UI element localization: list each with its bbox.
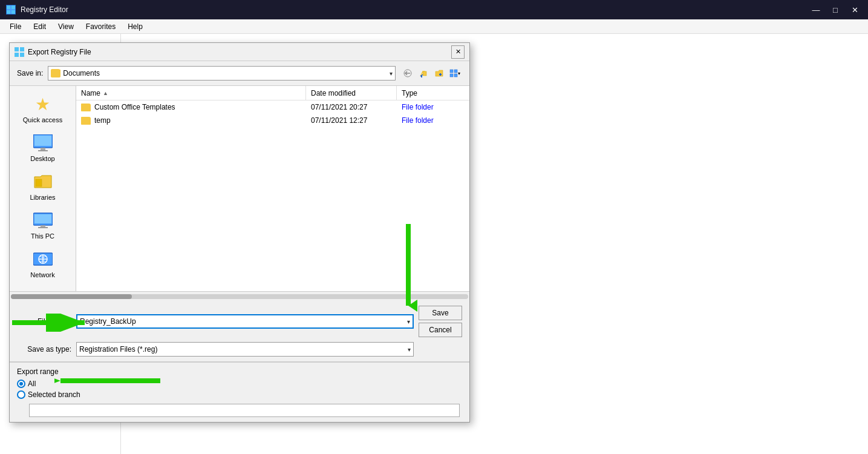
nav-desktop[interactable]: Desktop <box>10 130 76 166</box>
title-bar: Registry Editor — □ ✕ <box>0 0 868 19</box>
toolbar-new-folder-button[interactable] <box>432 66 446 81</box>
toolbar-buttons: ▾ <box>400 66 462 81</box>
save-as-type-arrow: ▾ <box>408 346 411 353</box>
save-as-type-row: Save as type: Registration Files (*.reg)… <box>17 342 462 357</box>
file-area: ★ Quick access <box>10 85 469 291</box>
nav-this-pc[interactable]: This PC <box>10 207 76 243</box>
col-date[interactable]: Date modified <box>306 86 397 100</box>
menu-view[interactable]: View <box>53 21 79 32</box>
table-row[interactable]: Custom Office Templates 07/11/2021 20:27… <box>76 100 469 114</box>
app-icon <box>6 5 16 15</box>
minimize-button[interactable]: — <box>809 4 823 16</box>
selected-branch-radio-row[interactable]: Selected branch <box>17 390 462 399</box>
col-name-label: Name <box>81 89 100 97</box>
selected-branch-radio-button[interactable] <box>17 390 25 399</box>
col-date-label: Date modified <box>311 89 356 97</box>
save-in-combo[interactable]: Documents ▾ <box>48 66 396 81</box>
svg-rect-20 <box>38 150 48 151</box>
file-name-label: File name: <box>17 317 71 326</box>
sort-arrow-icon: ▲ <box>103 90 108 96</box>
svg-rect-18 <box>34 136 51 146</box>
all-radio-button[interactable] <box>17 380 25 388</box>
save-button[interactable]: Save <box>419 306 462 320</box>
bottom-form: File name: ▾ Save Cancel Save as type: R… <box>10 301 469 361</box>
col-type-label: Type <box>402 89 417 97</box>
menu-bar: File Edit View Favorites Help <box>0 19 868 34</box>
save-in-row: Save in: Documents ▾ <box>10 61 469 85</box>
scrollbar-track[interactable] <box>11 294 468 299</box>
file-type-cell: File folder <box>397 103 469 111</box>
folder-icon <box>81 117 91 125</box>
svg-rect-5 <box>20 47 24 51</box>
combo-folder-icon <box>51 69 60 77</box>
svg-rect-6 <box>15 53 19 57</box>
col-type[interactable]: Type <box>397 86 469 100</box>
svg-rect-1 <box>11 5 15 9</box>
file-name-row: File name: ▾ Save Cancel <box>17 306 462 337</box>
save-as-type-value: Registration Files (*.reg) <box>79 345 157 354</box>
svg-rect-15 <box>450 74 453 77</box>
this-pc-icon <box>33 211 53 230</box>
svg-rect-16 <box>454 74 457 77</box>
all-radio-row[interactable]: All <box>17 380 462 388</box>
svg-rect-14 <box>454 70 457 73</box>
quick-access-label: Quick access <box>23 116 62 123</box>
dialog-icon <box>15 47 24 57</box>
scrollbar-thumb[interactable] <box>11 294 132 299</box>
close-button[interactable]: ✕ <box>847 4 862 16</box>
file-list-area: Name ▲ Date modified Type <box>76 86 469 291</box>
svg-rect-0 <box>7 5 10 9</box>
scrollbar-area[interactable] <box>10 291 469 301</box>
svg-rect-13 <box>450 70 453 73</box>
menu-help[interactable]: Help <box>123 21 148 32</box>
file-name-text: temp <box>94 116 111 125</box>
save-as-type-select[interactable]: Registration Files (*.reg) ▾ <box>76 342 414 357</box>
svg-rect-3 <box>11 10 15 14</box>
libraries-label: Libraries <box>30 194 55 201</box>
toolbar-back-button[interactable] <box>400 66 415 81</box>
svg-rect-2 <box>7 10 10 14</box>
file-type-cell: File folder <box>397 116 469 125</box>
input-dropdown-arrow[interactable]: ▾ <box>407 318 410 325</box>
file-name-input-wrapper[interactable]: ▾ <box>76 314 414 329</box>
toolbar-views-button[interactable]: ▾ <box>448 66 462 81</box>
branch-input[interactable] <box>29 404 460 417</box>
svg-rect-4 <box>15 47 19 51</box>
svg-rect-10 <box>423 71 426 76</box>
save-in-arrow: ▾ <box>390 70 393 77</box>
dialog-title: Export Registry File <box>28 48 91 56</box>
svg-rect-19 <box>41 148 45 150</box>
app-title: Registry Editor <box>21 5 68 14</box>
maximize-button[interactable]: □ <box>828 4 843 16</box>
svg-rect-23 <box>34 214 51 223</box>
nav-quick-access[interactable]: ★ Quick access <box>10 91 76 127</box>
file-name-text: Custom Office Templates <box>94 103 175 111</box>
save-in-value: Documents <box>63 69 100 77</box>
nav-libraries[interactable]: Libraries <box>10 168 76 205</box>
svg-rect-21 <box>36 179 42 186</box>
file-name-input[interactable] <box>80 317 407 326</box>
cancel-button[interactable]: Cancel <box>419 323 462 337</box>
svg-rect-7 <box>20 53 24 57</box>
file-date-cell: 07/11/2021 12:27 <box>306 116 397 125</box>
file-name-cell: temp <box>76 116 306 125</box>
save-cancel-buttons: Save Cancel <box>419 306 462 337</box>
export-registry-dialog: Export Registry File ✕ Save in: <box>9 42 470 423</box>
save-as-type-label: Save as type: <box>17 345 71 354</box>
menu-favorites[interactable]: Favorites <box>81 21 120 32</box>
nav-network[interactable]: Network <box>10 246 76 282</box>
desktop-label: Desktop <box>30 155 54 162</box>
col-name[interactable]: Name ▲ <box>76 86 306 100</box>
desktop-icon <box>33 133 53 153</box>
svg-rect-25 <box>38 227 48 228</box>
this-pc-label: This PC <box>31 232 54 240</box>
network-label: Network <box>30 271 54 278</box>
menu-file[interactable]: File <box>5 21 26 32</box>
quick-access-icon: ★ <box>33 94 53 114</box>
toolbar-up-button[interactable] <box>416 66 431 81</box>
dialog-close-button[interactable]: ✕ <box>451 45 465 59</box>
export-range-title: Export range <box>17 367 462 376</box>
table-row[interactable]: temp 07/11/2021 12:27 File folder <box>76 114 469 127</box>
svg-rect-24 <box>41 225 45 227</box>
menu-edit[interactable]: Edit <box>28 21 51 32</box>
